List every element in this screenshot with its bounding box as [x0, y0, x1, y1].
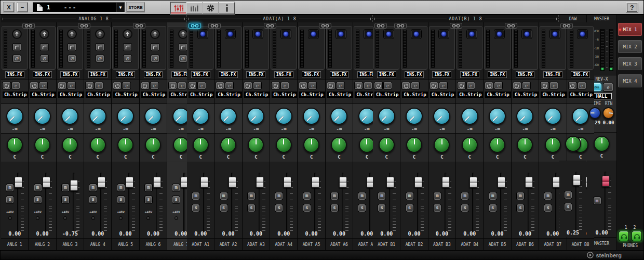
solo-button[interactable]: s [565, 203, 572, 211]
solo-button[interactable]: s [62, 196, 69, 203]
strip-edit-button[interactable]: e [123, 82, 130, 89]
insert-fx-button[interactable]: INS.FX [144, 71, 163, 78]
fader[interactable] [16, 173, 23, 233]
phase-button[interactable]: Ø [179, 55, 187, 62]
strip-power-button[interactable] [513, 82, 521, 89]
gain-knob[interactable] [39, 29, 49, 39]
mute-button[interactable]: m [517, 192, 524, 200]
revx-time-knob[interactable] [589, 107, 601, 119]
strip-power-button[interactable] [485, 82, 493, 89]
strip-power-button[interactable] [244, 82, 252, 89]
fx-send-knob[interactable] [6, 108, 23, 125]
strip-power-button[interactable] [569, 82, 576, 89]
solo-button[interactable]: s [220, 204, 227, 212]
strip-edit-button[interactable]: e [494, 82, 502, 89]
pan-knob[interactable] [331, 137, 347, 153]
strip-edit-button[interactable]: e [281, 82, 289, 89]
settings-button[interactable] [203, 2, 219, 14]
fader-cap[interactable] [498, 177, 505, 188]
link-button[interactable] [133, 23, 145, 29]
link-button[interactable] [560, 23, 573, 29]
pan-knob[interactable] [276, 137, 292, 153]
insert-fx-button[interactable]: INS.FX [488, 71, 507, 78]
insert-fx-button[interactable]: INS.FX [460, 71, 479, 78]
solo-button[interactable]: s [303, 204, 311, 212]
gain-knob[interactable] [95, 29, 105, 39]
fader[interactable] [313, 173, 320, 233]
fader-cap[interactable] [98, 177, 105, 188]
mix-tab-3[interactable]: MIX 3 [618, 57, 642, 70]
fx-send-knob[interactable] [303, 108, 320, 125]
phase-button[interactable]: Ø [124, 55, 131, 62]
phones-button-2[interactable] [632, 231, 642, 241]
insert-fx-button[interactable]: INS.FX [302, 71, 321, 78]
hpf-button[interactable] [124, 44, 131, 50]
strip-edit-button[interactable]: e [364, 82, 372, 89]
phones-button-1[interactable] [619, 231, 629, 241]
solo-button[interactable]: s [517, 204, 524, 212]
insert-fx-button[interactable]: INS.FX [219, 71, 238, 78]
mute-button[interactable]: m [192, 192, 199, 200]
pan-knob[interactable] [406, 137, 422, 153]
fader[interactable] [341, 173, 348, 233]
pan-knob[interactable] [7, 137, 23, 153]
pan-knob[interactable] [34, 137, 50, 153]
phase-button[interactable]: Ø [13, 55, 21, 62]
link-button[interactable] [450, 23, 462, 29]
link-button[interactable] [394, 23, 407, 29]
fader[interactable] [285, 173, 292, 233]
strip-edit-button[interactable]: e [384, 82, 392, 89]
fader[interactable] [99, 173, 106, 233]
pan-knob[interactable] [193, 137, 209, 153]
hpf-button[interactable] [13, 44, 21, 50]
mute-button[interactable]: m [489, 192, 497, 200]
hpf-button[interactable] [179, 44, 187, 50]
strip-edit-button[interactable]: e [253, 82, 261, 89]
pan-knob[interactable] [545, 137, 561, 153]
strip-power-button[interactable] [216, 82, 224, 89]
link-button[interactable] [78, 23, 90, 29]
fader-cap[interactable] [312, 177, 319, 188]
hpf-button[interactable] [96, 44, 104, 50]
fx-send-knob[interactable] [378, 108, 395, 125]
store-button[interactable]: STORE [127, 3, 144, 12]
insert-fx-button[interactable]: INS.FX [33, 71, 52, 78]
strip-power-button[interactable] [327, 82, 335, 89]
strip-power-button[interactable] [169, 82, 177, 89]
minimize-button[interactable]: − [17, 3, 28, 12]
hpf-button[interactable] [68, 44, 76, 50]
solo-button[interactable]: s [172, 196, 180, 203]
link-button[interactable] [374, 23, 387, 29]
solo-button[interactable]: s [461, 204, 468, 212]
link-button[interactable] [264, 23, 276, 29]
fader-cap[interactable] [126, 177, 133, 188]
link-button[interactable] [505, 23, 517, 29]
fader-cap[interactable] [414, 177, 422, 188]
fader-cap[interactable] [70, 180, 78, 191]
solo-button[interactable]: s [544, 204, 552, 212]
mute-button[interactable]: m [172, 184, 180, 191]
gain-knob[interactable] [123, 29, 132, 39]
insert-fx-button[interactable]: INS.FX [516, 71, 535, 78]
gain-knob[interactable] [67, 29, 77, 39]
pan-knob[interactable] [62, 137, 78, 153]
strip-edit-button[interactable]: e [308, 82, 316, 89]
pan-knob[interactable] [434, 137, 450, 153]
insert-fx-button[interactable]: INS.FX [5, 71, 24, 78]
strip-edit-button[interactable]: e [439, 82, 447, 89]
link-button[interactable] [319, 23, 331, 29]
strip-edit-button[interactable]: e [550, 82, 558, 89]
fx-send-knob[interactable] [89, 108, 106, 125]
strip-power-button[interactable] [3, 82, 10, 89]
mute-button[interactable]: m [275, 192, 283, 200]
fader[interactable] [527, 173, 534, 233]
gain-knob[interactable] [150, 29, 160, 39]
fader[interactable] [499, 173, 506, 233]
phase-button[interactable]: Ø [68, 55, 76, 62]
fader-cap[interactable] [386, 177, 394, 188]
mute-button[interactable]: m [544, 192, 552, 200]
fader[interactable] [444, 173, 451, 233]
insert-fx-button[interactable]: INS.FX [191, 71, 210, 78]
strip-edit-button[interactable]: e [178, 82, 186, 89]
mute-button[interactable]: m [358, 192, 366, 200]
